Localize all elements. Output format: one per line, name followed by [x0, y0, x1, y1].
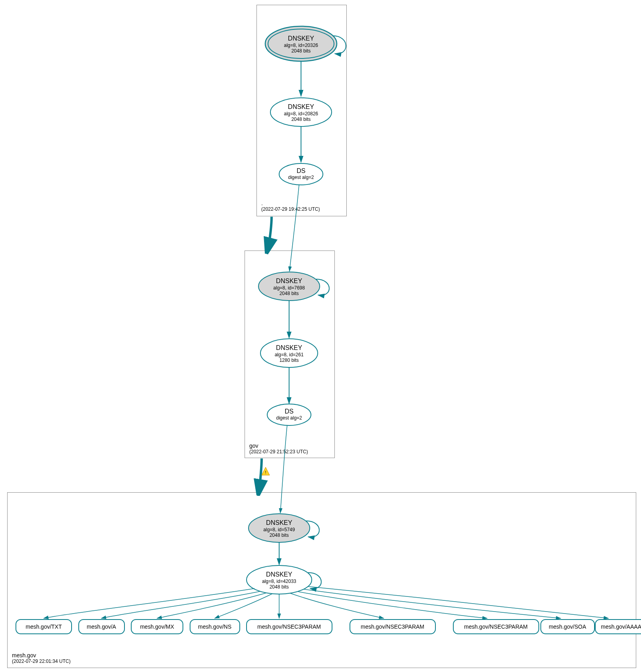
svg-text:mesh.gov/NS: mesh.gov/NS — [198, 623, 231, 630]
dnskey-root-ksk[interactable]: DNSKEY alg=8, id=20326 2048 bits — [265, 26, 337, 61]
dnskey-mesh-ksk[interactable]: DNSKEY alg=8, id=5749 2048 bits — [249, 514, 310, 542]
edge-zone-gov-to-mesh — [259, 458, 262, 491]
svg-text:DNSKEY: DNSKEY — [288, 103, 314, 110]
svg-text:2048 bits: 2048 bits — [291, 117, 311, 122]
svg-text:mesh.gov/A: mesh.gov/A — [87, 623, 117, 630]
svg-text:mesh.gov/TXT: mesh.gov/TXT — [25, 623, 62, 630]
svg-text:mesh.gov/NSEC3PARAM: mesh.gov/NSEC3PARAM — [257, 623, 321, 630]
svg-text:2048 bits: 2048 bits — [280, 291, 299, 296]
dnskey-gov-zsk[interactable]: DNSKEY alg=8, id=261 1280 bits — [260, 339, 318, 367]
svg-text:2048 bits: 2048 bits — [270, 584, 289, 590]
edge-ds-to-mesh-ksk — [280, 425, 287, 513]
svg-text:mesh.gov/MX: mesh.gov/MX — [140, 623, 174, 630]
edge-zsk-to-soa — [304, 589, 561, 618]
svg-text:DNSKEY: DNSKEY — [266, 519, 292, 526]
edge-zsk-to-ns — [215, 594, 272, 618]
svg-text:alg=8, id=20826: alg=8, id=20826 — [284, 111, 318, 117]
svg-text:alg=8, id=42033: alg=8, id=42033 — [262, 579, 296, 584]
svg-text:digest alg=2: digest alg=2 — [288, 175, 314, 180]
rrset-ns[interactable]: mesh.gov/NS — [190, 620, 240, 634]
rrset-nsec3-a[interactable]: mesh.gov/NSEC3PARAM — [247, 620, 332, 634]
svg-text:DNSKEY: DNSKEY — [276, 344, 302, 351]
edge-ds-to-gov-ksk — [289, 185, 299, 271]
edge-zsk-to-nsec3c — [298, 592, 487, 618]
edge-zsk-to-nsec3b — [290, 593, 384, 618]
svg-point-20 — [267, 404, 311, 425]
rrset-aaaa[interactable]: mesh.gov/AAAA — [595, 620, 641, 634]
svg-text:mesh.gov/NSEC3PARAM: mesh.gov/NSEC3PARAM — [464, 623, 528, 630]
edge-zone-root-to-gov — [268, 217, 272, 249]
svg-text:digest alg=2: digest alg=2 — [276, 415, 302, 421]
svg-text:mesh.gov/NSEC3PARAM: mesh.gov/NSEC3PARAM — [361, 623, 424, 630]
dnskey-gov-ksk[interactable]: DNSKEY alg=8, id=7698 2048 bits — [258, 272, 320, 301]
edge-zsk-to-a — [101, 591, 260, 618]
svg-text:alg=8, id=261: alg=8, id=261 — [275, 352, 304, 357]
edge-zsk-to-aaaa — [308, 587, 608, 618]
svg-text:DNSKEY: DNSKEY — [266, 571, 292, 578]
rrset-a[interactable]: mesh.gov/A — [79, 620, 124, 634]
edge-zsk-to-txt — [44, 588, 254, 618]
svg-text:DS: DS — [297, 167, 305, 174]
svg-text:alg=8, id=7698: alg=8, id=7698 — [273, 285, 305, 291]
rrset-mx[interactable]: mesh.gov/MX — [131, 620, 183, 634]
rrset-nsec3-c[interactable]: mesh.gov/NSEC3PARAM — [453, 620, 539, 634]
rrset-soa[interactable]: mesh.gov/SOA — [541, 620, 594, 634]
svg-text:1280 bits: 1280 bits — [280, 357, 299, 363]
rrset-txt[interactable]: mesh.gov/TXT — [16, 620, 72, 634]
svg-text:DNSKEY: DNSKEY — [276, 278, 302, 284]
svg-text:alg=8, id=5749: alg=8, id=5749 — [263, 527, 295, 532]
diagram-svg: DNSKEY alg=8, id=20326 2048 bits DNSKEY … — [0, 0, 641, 672]
svg-text:2048 bits: 2048 bits — [291, 48, 311, 54]
dnskey-mesh-zsk[interactable]: DNSKEY alg=8, id=42033 2048 bits — [247, 565, 312, 594]
svg-text:DNSKEY: DNSKEY — [288, 35, 314, 42]
ds-mesh[interactable]: DS digest alg=2 — [267, 404, 311, 425]
svg-text:mesh.gov/AAAA: mesh.gov/AAAA — [601, 623, 641, 630]
svg-point-9 — [279, 163, 323, 185]
svg-text:!: ! — [265, 470, 266, 475]
ds-gov[interactable]: DS digest alg=2 — [279, 163, 323, 185]
dnskey-root-zsk[interactable]: DNSKEY alg=8, id=20826 2048 bits — [270, 98, 332, 126]
warning-icon[interactable]: ! — [262, 467, 270, 475]
rrset-nsec3-b[interactable]: mesh.gov/NSEC3PARAM — [350, 620, 435, 634]
edge-zsk-to-mx — [157, 593, 266, 618]
svg-text:alg=8, id=20326: alg=8, id=20326 — [284, 43, 318, 48]
svg-text:DS: DS — [285, 408, 293, 415]
svg-text:mesh.gov/SOA: mesh.gov/SOA — [549, 623, 587, 630]
svg-text:2048 bits: 2048 bits — [270, 532, 289, 538]
